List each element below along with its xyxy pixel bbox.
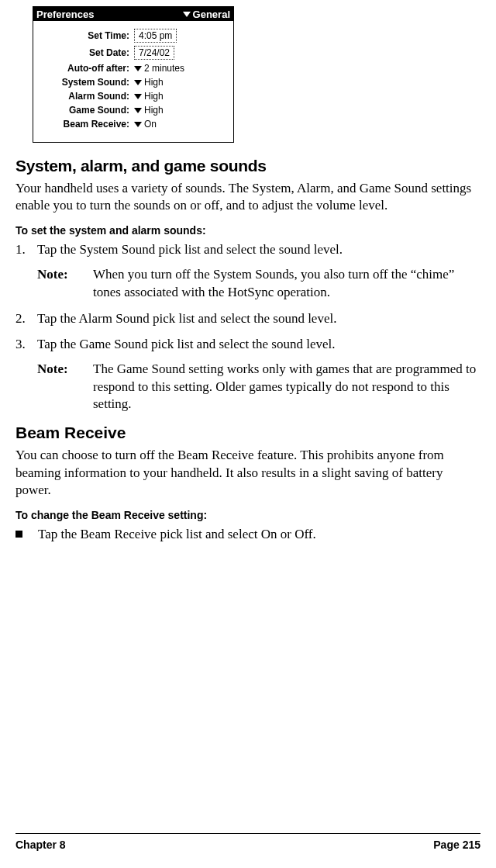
step-2-text: Tap the Alarm Sound pick list and select… <box>37 310 336 327</box>
palm-titlebar: Preferences General <box>33 7 233 21</box>
step-number: 1. <box>16 241 37 258</box>
value-beam-receive: On <box>144 119 157 130</box>
value-set-time[interactable]: 4:05 pm <box>134 29 177 43</box>
label-set-time: Set Time: <box>41 30 134 41</box>
note-label: Note: <box>37 361 93 413</box>
palm-category-label: General <box>193 9 230 20</box>
row-beam-receive: Beam Receive: On <box>41 119 226 130</box>
palm-title: Preferences <box>36 9 94 20</box>
beam-intro: You can choose to turn off the Beam Rece… <box>16 447 480 499</box>
label-beam-receive: Beam Receive: <box>41 119 134 130</box>
row-game-sound: Game Sound: High <box>41 105 226 116</box>
step-1: 1. Tap the System Sound pick list and se… <box>16 241 480 258</box>
step-number: 3. <box>16 336 37 353</box>
palm-category-picker[interactable]: General <box>183 9 230 20</box>
footer-page: Page 215 <box>433 839 480 851</box>
chevron-down-icon <box>134 94 142 99</box>
step-3: 3. Tap the Game Sound pick list and sele… <box>16 336 480 353</box>
value-system-sound: High <box>144 77 164 88</box>
sounds-intro: Your handheld uses a variety of sounds. … <box>16 180 480 215</box>
chevron-down-icon <box>134 80 142 85</box>
value-game-sound: High <box>144 105 164 116</box>
value-auto-off: 2 minutes <box>144 63 184 74</box>
square-bullet-icon <box>16 531 22 538</box>
step-number: 2. <box>16 310 37 327</box>
heading-beam-procedure: To change the Beam Receive setting: <box>16 509 480 521</box>
label-system-sound: System Sound: <box>41 77 134 88</box>
chevron-down-icon <box>183 12 191 17</box>
heading-set-sounds-procedure: To set the system and alarm sounds: <box>16 224 480 237</box>
value-set-date[interactable]: 7/24/02 <box>134 46 174 60</box>
chevron-down-icon <box>134 122 142 127</box>
beam-bullet: Tap the Beam Receive pick list and selec… <box>16 526 480 543</box>
note-2: Note: The Game Sound setting works only … <box>37 361 480 413</box>
footer-chapter: Chapter 8 <box>16 839 66 851</box>
row-set-time: Set Time: 4:05 pm <box>41 29 226 43</box>
page-footer: Chapter 8 Page 215 <box>16 833 480 851</box>
picker-system-sound[interactable]: High <box>134 77 164 88</box>
step-1-text: Tap the System Sound pick list and selec… <box>37 241 343 258</box>
label-auto-off: Auto-off after: <box>41 63 134 74</box>
step-2: 2. Tap the Alarm Sound pick list and sel… <box>16 310 480 327</box>
chevron-down-icon <box>134 108 142 113</box>
palm-body: Set Time: 4:05 pm Set Date: 7/24/02 Auto… <box>33 21 233 142</box>
step-3-text: Tap the Game Sound pick list and select … <box>37 336 336 353</box>
heading-beam: Beam Receive <box>16 424 480 442</box>
picker-auto-off[interactable]: 2 minutes <box>134 63 184 74</box>
value-alarm-sound: High <box>144 91 164 102</box>
row-alarm-sound: Alarm Sound: High <box>41 91 226 102</box>
chevron-down-icon <box>134 66 142 71</box>
note-1: Note: When you turn off the System Sound… <box>37 266 480 301</box>
row-set-date: Set Date: 7/24/02 <box>41 46 226 60</box>
note-label: Note: <box>37 266 93 301</box>
label-alarm-sound: Alarm Sound: <box>41 91 134 102</box>
note-1-text: When you turn off the System Sounds, you… <box>93 266 480 301</box>
row-auto-off: Auto-off after: 2 minutes <box>41 63 226 74</box>
row-system-sound: System Sound: High <box>41 77 226 88</box>
picker-game-sound[interactable]: High <box>134 105 164 116</box>
beam-bullet-text: Tap the Beam Receive pick list and selec… <box>38 526 316 543</box>
heading-sounds: System, alarm, and game sounds <box>16 157 480 175</box>
note-2-text: The Game Sound setting works only with g… <box>93 361 480 413</box>
palm-preferences-screenshot: Preferences General Set Time: 4:05 pm Se… <box>33 6 234 143</box>
label-game-sound: Game Sound: <box>41 105 134 116</box>
picker-beam-receive[interactable]: On <box>134 119 157 130</box>
label-set-date: Set Date: <box>41 47 134 58</box>
picker-alarm-sound[interactable]: High <box>134 91 164 102</box>
